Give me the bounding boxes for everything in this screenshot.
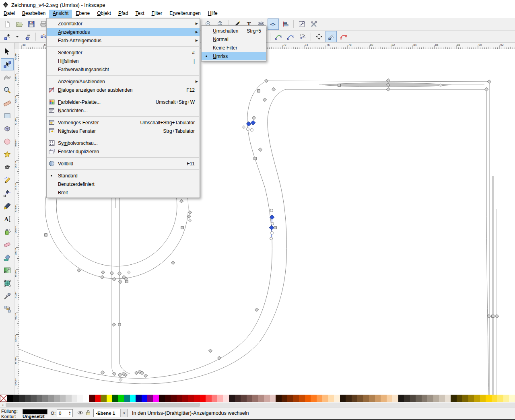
- palette-swatch-49[interactable]: [287, 395, 293, 402]
- palette-swatch-51[interactable]: [299, 395, 305, 402]
- new-document-button[interactable]: [2, 19, 13, 30]
- tool-star[interactable]: [1, 148, 14, 161]
- path-node-diamond[interactable]: [386, 78, 390, 82]
- path-node-circle[interactable]: [247, 128, 249, 131]
- path-node-diamond[interactable]: [112, 277, 116, 281]
- path-node-diamond[interactable]: [100, 275, 104, 279]
- tool-bezier-pen[interactable]: [1, 187, 14, 199]
- view-menu-item-standard[interactable]: ●Standard: [47, 171, 200, 180]
- palette-swatch-16[interactable]: [95, 395, 101, 402]
- palette-swatch-83[interactable]: [486, 395, 492, 402]
- palette-swatch-58[interactable]: [340, 395, 346, 402]
- tool-calligraphy[interactable]: [1, 200, 14, 212]
- palette-swatch-34[interactable]: [200, 395, 206, 402]
- palette-swatch-24[interactable]: [142, 395, 148, 402]
- palette-swatch-1[interactable]: [7, 395, 13, 402]
- menubar-item-hilfe[interactable]: Hilfe: [204, 10, 221, 18]
- palette-swatch-56[interactable]: [328, 395, 334, 402]
- palette-swatch-20[interactable]: [118, 395, 124, 402]
- tool-pencil[interactable]: [1, 174, 14, 186]
- palette-swatch-14[interactable]: [83, 395, 89, 402]
- menubar-item-objekt[interactable]: Objekt: [93, 10, 115, 18]
- palette-swatch-27[interactable]: [159, 395, 165, 402]
- menubar-item-erweiterungen[interactable]: Erweiterungen: [166, 10, 204, 18]
- path-node-diamond[interactable]: [487, 80, 491, 83]
- palette-swatch-77[interactable]: [451, 395, 457, 402]
- path-node-diamond[interactable]: [251, 120, 255, 125]
- tool-selector[interactable]: [1, 45, 14, 58]
- view-menu-item-farbfelder-palette[interactable]: Farbfelder-Palette...Umschalt+Strg+W: [47, 98, 200, 106]
- palette-swatch-85[interactable]: [497, 395, 503, 402]
- path-node-square[interactable]: [181, 226, 183, 229]
- palette-swatch-79[interactable]: [462, 395, 468, 402]
- tool-gradient[interactable]: [1, 264, 14, 276]
- path-node-diamond[interactable]: [269, 225, 274, 230]
- path-node-diamond[interactable]: [118, 280, 122, 283]
- delete-node-button[interactable]: [22, 31, 33, 42]
- palette-swatch-46[interactable]: [270, 395, 276, 402]
- tool-ellipse[interactable]: [1, 136, 14, 148]
- palette-swatch-33[interactable]: [194, 395, 200, 402]
- path-node-diamond[interactable]: [258, 148, 262, 151]
- palette-swatch-12[interactable]: [72, 395, 78, 402]
- show-transform-handles-button[interactable]: [313, 31, 325, 42]
- menubar-item-text[interactable]: Text: [132, 10, 148, 18]
- menubar-item-ansicht[interactable]: Ansicht: [49, 10, 72, 18]
- palette-swatch-9[interactable]: [54, 395, 60, 402]
- tool-text[interactable]: A: [1, 213, 14, 225]
- palette-swatch-4[interactable]: [25, 395, 31, 402]
- path-node-circle[interactable]: [270, 237, 273, 240]
- palette-swatch-59[interactable]: [346, 395, 352, 402]
- palette-swatch-44[interactable]: [258, 395, 264, 402]
- view-menu-item-vollbild[interactable]: VollbildF11: [47, 159, 200, 168]
- path-node-circle[interactable]: [270, 209, 273, 212]
- palette-swatch-6[interactable]: [37, 395, 43, 402]
- display-mode-item-keine-filter[interactable]: Keine Filter: [202, 43, 266, 52]
- palette-swatch-48[interactable]: [282, 395, 288, 402]
- display-mode-item-normal[interactable]: Normal: [202, 35, 266, 43]
- palette-swatch-3[interactable]: [19, 395, 25, 402]
- palette-swatch-39[interactable]: [229, 395, 235, 402]
- path-node-diamond[interactable]: [110, 271, 113, 275]
- preferences-button[interactable]: [308, 19, 319, 30]
- palette-swatch-62[interactable]: [363, 395, 369, 402]
- path-node-diamond[interactable]: [188, 210, 192, 214]
- view-menu-item-zoomfaktor[interactable]: Zoomfaktor▶: [47, 19, 200, 28]
- path-node-square[interactable]: [126, 280, 128, 283]
- palette-swatch-41[interactable]: [241, 395, 247, 402]
- palette-swatch-78[interactable]: [457, 395, 463, 402]
- path-node-diamond[interactable]: [264, 79, 268, 82]
- palette-swatch-74[interactable]: [433, 395, 439, 402]
- palette-scrollbar[interactable]: ‹: [0, 402, 515, 408]
- palette-swatch-69[interactable]: [404, 395, 410, 402]
- palette-swatch-70[interactable]: [410, 395, 416, 402]
- path-node-square[interactable]: [45, 234, 47, 236]
- display-mode-item-umschalten[interactable]: UmschaltenStrg+5: [202, 27, 266, 35]
- palette-swatch-36[interactable]: [212, 395, 218, 402]
- palette-swatch-65[interactable]: [381, 395, 387, 402]
- palette-swatch-31[interactable]: [182, 395, 188, 402]
- object-to-path-button[interactable]: [297, 31, 308, 42]
- palette-swatch-38[interactable]: [223, 395, 229, 402]
- tool-measure[interactable]: [1, 97, 14, 109]
- palette-scroll-left-icon[interactable]: ‹: [0, 402, 6, 408]
- display-mode-item-umriss[interactable]: ●Umriss: [202, 52, 266, 60]
- palette-swatch-2[interactable]: [13, 395, 19, 402]
- view-menu-item-symbolvorschau[interactable]: Symbolvorschau...: [47, 139, 200, 147]
- tool-spiral[interactable]: [1, 161, 14, 173]
- palette-swatch-8[interactable]: [48, 395, 54, 402]
- view-menu-item-farbverwaltungsansicht[interactable]: Farbverwaltungsansicht: [47, 65, 200, 74]
- view-menu-item-anzeigen-ausblenden[interactable]: Anzeigen/Ausblenden▶: [47, 77, 200, 86]
- path-node-square[interactable]: [274, 226, 276, 229]
- path-node-diamond[interactable]: [179, 199, 183, 203]
- palette-swatch-none[interactable]: [0, 395, 7, 402]
- path-node-diamond[interactable]: [77, 268, 80, 272]
- menubar-item-pfad[interactable]: Pfad: [115, 10, 132, 18]
- palette-swatch-19[interactable]: [112, 395, 118, 402]
- palette-swatch-54[interactable]: [317, 395, 323, 402]
- path-node-diamond[interactable]: [252, 116, 255, 119]
- palette-swatch-15[interactable]: [89, 395, 95, 402]
- layer-visibility-eye-icon[interactable]: [77, 410, 83, 415]
- tool-node-editor[interactable]: [1, 58, 14, 70]
- layer-selector[interactable]: •Ebene 1 ▾: [93, 409, 128, 417]
